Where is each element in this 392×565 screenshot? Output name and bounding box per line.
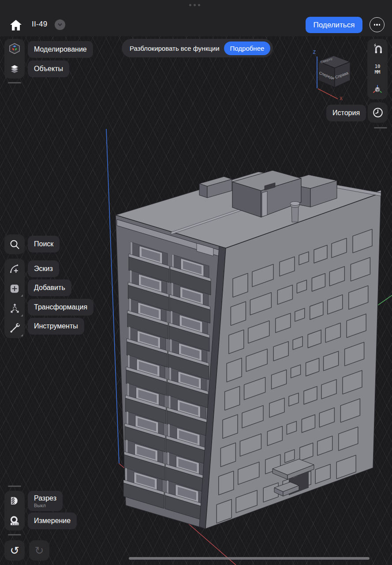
toolbar-drag-handle[interactable] [8,486,21,487]
view-cube[interactable]: Z X Сверху Спереди Справа [309,48,357,103]
toolbar-drag-handle[interactable] [8,534,21,535]
tools-icon [9,322,21,334]
horizontal-scrollbar[interactable] [129,557,370,560]
section-label-text: Разрез [34,494,56,502]
ellipsis-icon [374,24,375,25]
promo-text: Разблокировать все функции [130,45,220,52]
section-label[interactable]: Разрез Выкл [28,491,63,511]
add-icon [9,283,20,294]
section-state: Выкл [34,503,46,508]
promo-details-button[interactable]: Подробнее [224,41,271,55]
snap-grid-value: 10ММ [375,64,381,75]
x-axis-label: X [340,96,343,101]
app-window: II-49 Поделиться Разблокировать все функ… [0,0,392,565]
layers-icon [9,63,20,75]
modeling-mode-label[interactable]: Моделирование [28,41,93,58]
snap-settings-panel[interactable]: 10ММ [367,39,388,99]
sketch-button[interactable] [4,259,25,279]
section-button[interactable] [4,491,25,511]
tools-group [4,259,25,338]
toolbar-drag-handle[interactable] [8,82,21,83]
undo-button[interactable]: ↺ [4,540,25,561]
search-group [4,234,25,254]
transform-button[interactable] [4,298,25,318]
add-label[interactable]: Добавить [28,279,71,296]
magnet-snap-icon [372,43,383,54]
tools-label[interactable]: Инструменты [28,318,84,335]
building-model[interactable] [116,170,381,529]
history-label[interactable]: История [326,105,366,121]
home-button[interactable] [7,17,25,34]
search-icon [9,239,20,250]
submenu-corner-icon [21,334,23,336]
sketch-icon [9,263,20,275]
undo-icon: ↺ [10,545,19,556]
top-bar: II-49 Поделиться [0,0,392,36]
measure-label[interactable]: Измерение [28,512,77,529]
clock-icon [372,106,384,119]
title-menu-button[interactable] [55,19,65,30]
modeling-mode-button[interactable] [4,39,25,59]
submenu-corner-icon [21,314,23,316]
measure-button[interactable] [4,511,25,531]
orientation-cube-icon [372,84,383,95]
objects-panel-label[interactable]: Объекты [28,60,69,77]
redo-button[interactable]: ↻ [29,540,49,561]
add-button[interactable] [4,279,25,298]
viewcube-x-axis [318,89,338,99]
transform-label[interactable]: Трансформация [28,299,93,316]
transform-icon [9,302,21,314]
share-button[interactable]: Поделиться [306,17,362,33]
submenu-corner-icon [21,294,23,297]
section-icon [9,495,21,507]
window-grabber-icon[interactable] [189,4,200,6]
z-axis-label: Z [313,50,316,55]
inspect-group [4,491,25,531]
redo-icon: ↻ [35,545,44,556]
search-button[interactable] [4,234,25,254]
document-title[interactable]: II-49 [32,20,48,29]
modeling-cube-icon [8,42,21,56]
objects-panel-button[interactable] [4,59,25,79]
search-label[interactable]: Поиск [28,236,60,252]
home-icon [9,19,22,31]
mode-group [4,39,25,79]
history-button[interactable] [368,102,388,123]
sketch-label[interactable]: Эскиз [28,260,59,277]
z-axis-line [106,129,119,463]
history-drag-handle[interactable] [374,127,387,128]
tools-button[interactable] [4,318,25,338]
promo-banner: Разблокировать все функции Подробнее [122,39,273,57]
chevron-down-icon [57,22,63,28]
more-menu-button[interactable] [370,17,385,32]
measure-icon [9,515,21,527]
